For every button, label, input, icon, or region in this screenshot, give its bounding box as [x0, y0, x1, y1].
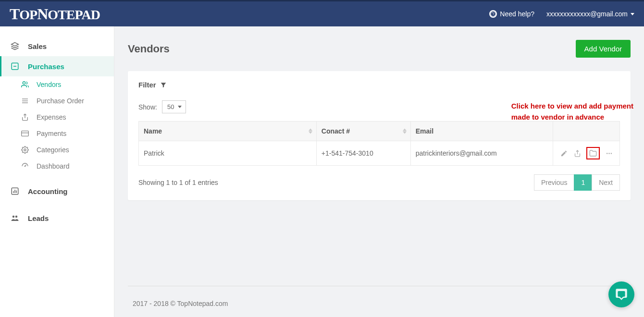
- top-right: Need help? xxxxxxxxxxxxx@gmail.com: [489, 10, 634, 18]
- show-select[interactable]: 50: [162, 100, 186, 113]
- help-icon: [489, 10, 497, 18]
- col-actions: [553, 122, 620, 141]
- svg-point-22: [610, 153, 612, 154]
- users-icon: [21, 81, 29, 88]
- sidebar-item-leads[interactable]: Leads: [0, 208, 114, 228]
- caret-down-icon: [631, 13, 634, 15]
- share-icon: [21, 113, 29, 121]
- entries-text: Showing 1 to 1 of 1 entries: [138, 179, 218, 186]
- sidebar-sub-expenses[interactable]: Expenses: [0, 109, 114, 125]
- user-email: xxxxxxxxxxxxx@gmail.com: [546, 10, 628, 18]
- minus-square-icon: [11, 62, 19, 71]
- sort-icon: [403, 129, 407, 134]
- page-header: Vendors Add Vendor: [128, 40, 631, 58]
- page-title: Vendors: [128, 43, 170, 55]
- show-label: Show:: [138, 103, 157, 111]
- credit-card-icon: [21, 130, 29, 137]
- sidebar-label: Purchases: [28, 62, 64, 71]
- svg-rect-14: [13, 191, 14, 193]
- svg-rect-9: [22, 131, 29, 136]
- sidebar-label: Purchase Order: [37, 97, 84, 105]
- sidebar-label: Payments: [37, 130, 66, 137]
- pagination-previous[interactable]: Previous: [534, 174, 574, 191]
- pagination: Previous 1 Next: [534, 174, 620, 191]
- show-value: 50: [167, 103, 174, 110]
- col-contact[interactable]: Conact #: [316, 122, 410, 141]
- share-icon[interactable]: [573, 149, 582, 158]
- sidebar-sub-vendors[interactable]: Vendors: [0, 76, 114, 93]
- need-help-link[interactable]: Need help?: [489, 10, 534, 18]
- svg-rect-15: [14, 190, 15, 193]
- sidebar-item-accounting[interactable]: Accounting: [0, 181, 114, 201]
- svg-point-20: [606, 153, 607, 154]
- sidebar-label: Dashboard: [37, 162, 70, 170]
- table-footer: Showing 1 to 1 of 1 entries Previous 1 N…: [138, 174, 620, 191]
- svg-point-21: [608, 153, 610, 154]
- sidebar-sub-payments[interactable]: Payments: [0, 125, 114, 142]
- top-bar: TOPNOTEPAD Need help? xxxxxxxxxxxxx@gmai…: [0, 0, 644, 26]
- vendors-table: Name Conact # Email: [138, 121, 620, 166]
- col-name[interactable]: Name: [139, 122, 317, 141]
- more-icon[interactable]: [605, 149, 613, 158]
- gear-icon: [21, 146, 29, 154]
- sort-icon: [309, 129, 312, 134]
- need-help-text: Need help?: [500, 10, 534, 18]
- people-icon: [11, 214, 19, 222]
- sidebar-item-sales[interactable]: Sales: [0, 36, 114, 56]
- list-icon: [21, 97, 29, 105]
- folder-icon[interactable]: [586, 147, 600, 159]
- layers-icon: [11, 42, 19, 50]
- sidebar-sub-categories[interactable]: Categories: [0, 142, 114, 158]
- main-content: Vendors Add Vendor Filter Show: 50 Click…: [114, 26, 644, 317]
- svg-point-11: [24, 149, 26, 151]
- sidebar-label: Vendors: [37, 81, 61, 88]
- table-row: Patrick +1-541-754-3010 patrickinteriors…: [139, 141, 620, 166]
- svg-rect-16: [16, 191, 17, 193]
- svg-point-4: [23, 82, 25, 84]
- filter-icon: [160, 82, 167, 88]
- cell-name: Patrick: [139, 141, 317, 166]
- filter-toggle[interactable]: Filter: [138, 81, 620, 89]
- sidebar-label: Expenses: [37, 113, 66, 121]
- chart-icon: [11, 187, 19, 195]
- sidebar-label: Leads: [28, 214, 49, 222]
- callout-line1: Click here to view and add payment: [511, 101, 633, 112]
- add-vendor-button[interactable]: Add Vendor: [576, 40, 631, 58]
- logo: TOPNOTEPAD: [10, 5, 100, 23]
- filter-label: Filter: [138, 81, 156, 89]
- sidebar-label: Sales: [28, 42, 47, 50]
- sidebar: Sales Purchases Vendors Purchase Order E…: [0, 26, 114, 317]
- sidebar-sub-dashboard[interactable]: Dashboard: [0, 158, 114, 174]
- sidebar-sub-purchase-order[interactable]: Purchase Order: [0, 93, 114, 109]
- footer: 2017 - 2018 © TopNotepad.com: [128, 286, 631, 317]
- svg-point-18: [15, 216, 18, 218]
- svg-point-17: [12, 216, 15, 218]
- pagination-page-1[interactable]: 1: [574, 174, 592, 191]
- chat-widget[interactable]: [608, 281, 634, 307]
- svg-marker-1: [12, 43, 19, 47]
- user-menu[interactable]: xxxxxxxxxxxxx@gmail.com: [546, 10, 634, 18]
- caret-down-icon: [178, 106, 182, 108]
- sidebar-label: Categories: [37, 146, 69, 154]
- sidebar-label: Accounting: [28, 187, 68, 195]
- cell-contact: +1-541-754-3010: [316, 141, 410, 166]
- pagination-next[interactable]: Next: [592, 174, 620, 191]
- chat-icon: [615, 288, 628, 301]
- edit-icon[interactable]: [559, 149, 568, 158]
- cell-email: patrickinteriors@gmail.com: [410, 141, 553, 166]
- vendors-card: Filter Show: 50 Click here to view and a…: [128, 71, 631, 200]
- sidebar-item-purchases[interactable]: Purchases: [0, 56, 114, 76]
- cell-actions: [553, 141, 620, 166]
- col-email[interactable]: Email: [410, 122, 553, 141]
- svg-point-12: [25, 166, 25, 166]
- gauge-icon: [21, 162, 29, 170]
- svg-point-0: [491, 12, 496, 17]
